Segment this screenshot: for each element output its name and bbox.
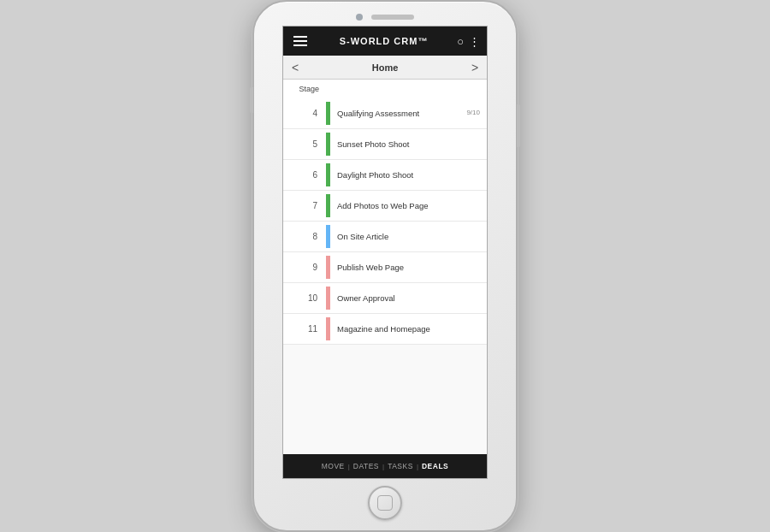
stage-number: 11	[283, 324, 326, 334]
stage-number: 4	[283, 109, 326, 118]
phone-camera	[356, 14, 363, 21]
item-label: Add Photos to Web Page	[337, 201, 480, 210]
next-button[interactable]: >	[463, 56, 487, 79]
stage-label-row: Stage	[283, 80, 487, 98]
nav-title: Home	[307, 62, 463, 73]
item-content: Qualifying Assessment 9/10	[330, 103, 487, 123]
phone-screen: S-WORLD CRM™ ○ ⋮ < Home > Stage 4	[282, 26, 488, 479]
stage-number: 9	[283, 263, 326, 272]
item-label: Qualifying Assessment	[337, 109, 419, 118]
item-label: Daylight Photo Shoot	[337, 170, 480, 180]
item-label: On Site Article	[337, 232, 480, 241]
nav-row: < Home >	[283, 56, 487, 80]
home-button[interactable]	[368, 486, 402, 520]
item-content: On Site Article	[330, 227, 487, 246]
stage-number: 6	[283, 170, 326, 180]
item-label: Publish Web Page	[337, 263, 480, 272]
app-title: S-WORLD CRM™	[311, 36, 457, 46]
list-item[interactable]: 10 Owner Approval	[283, 283, 487, 314]
item-score: 9/10	[466, 109, 480, 116]
nav-deals[interactable]: DEALS	[418, 462, 452, 470]
item-content: Daylight Photo Shoot	[330, 165, 487, 185]
bottom-navigation: MOVE | DATES | TASKS | DEALS	[283, 454, 487, 478]
item-label: Magazine and Homepage	[337, 324, 480, 334]
list-item[interactable]: 7 Add Photos to Web Page	[283, 191, 487, 222]
nav-tasks[interactable]: TASKS	[384, 462, 417, 470]
hamburger-button[interactable]	[290, 34, 311, 48]
phone-top-bar	[254, 2, 516, 26]
app-header: S-WORLD CRM™ ○ ⋮	[283, 27, 487, 56]
stage-number: 10	[283, 293, 326, 303]
item-label: Owner Approval	[337, 293, 480, 303]
stage-number: 5	[283, 139, 326, 149]
search-icon[interactable]: ○	[457, 35, 464, 48]
list-item[interactable]: 9 Publish Web Page	[283, 252, 487, 283]
stage-number: 7	[283, 201, 326, 210]
item-content: Magazine and Homepage	[330, 319, 487, 339]
item-label: Sunset Photo Shoot	[337, 139, 480, 149]
stage-column-label: Stage	[283, 85, 326, 93]
nav-dates[interactable]: DATES	[350, 462, 382, 470]
item-content: Sunset Photo Shoot	[330, 134, 487, 154]
task-list: 4 Qualifying Assessment 9/10 5 Sunset Ph…	[283, 98, 487, 454]
nav-move[interactable]: MOVE	[318, 462, 348, 470]
list-item[interactable]: 5 Sunset Photo Shoot	[283, 129, 487, 160]
list-item[interactable]: 11 Magazine and Homepage	[283, 314, 487, 345]
phone-speaker	[371, 15, 414, 20]
item-content: Add Photos to Web Page	[330, 196, 487, 216]
stage-number: 8	[283, 232, 326, 241]
list-item[interactable]: 4 Qualifying Assessment 9/10	[283, 98, 487, 129]
more-icon[interactable]: ⋮	[469, 35, 480, 48]
header-icons: ○ ⋮	[457, 35, 480, 48]
prev-button[interactable]: <	[283, 56, 307, 79]
phone-device: S-WORLD CRM™ ○ ⋮ < Home > Stage 4	[252, 0, 518, 532]
item-content: Publish Web Page	[330, 257, 487, 277]
list-item[interactable]: 8 On Site Article	[283, 222, 487, 252]
item-content: Owner Approval	[330, 288, 487, 308]
list-item[interactable]: 6 Daylight Photo Shoot	[283, 160, 487, 191]
